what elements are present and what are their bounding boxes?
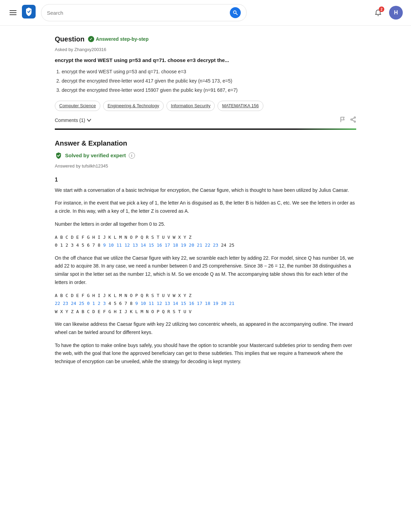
comments-label: Comments (1)	[55, 117, 85, 123]
menu-button[interactable]	[8, 9, 18, 16]
search-button[interactable]	[230, 7, 241, 18]
svg-point-6	[351, 119, 352, 120]
question-list: encrypt the word WEST using p=53 and q=7…	[62, 68, 356, 94]
shield-icon	[55, 152, 62, 159]
answer-para-4: On the off chance that we utilize the Ca…	[55, 254, 356, 287]
tag-information-security[interactable]: Information Security	[166, 101, 215, 111]
question-section: Question ✓ Answered step-by-step Asked b…	[55, 34, 356, 124]
tag-engineering[interactable]: Engineering & Technology	[103, 101, 164, 111]
list-item: decrypt the encrypted three-letter word …	[62, 87, 356, 94]
section-divider	[55, 128, 356, 130]
info-icon[interactable]: i	[129, 152, 135, 159]
svg-line-7	[352, 118, 354, 119]
flag-button[interactable]	[340, 116, 346, 124]
numbers-prefix-2: 4 5 6 7 8	[106, 301, 135, 306]
alphabet-label-1: A B C D E F G H I J K L M N O P Q R S T …	[55, 233, 356, 241]
tag-computer-science[interactable]: Computer Science	[55, 101, 100, 111]
list-item: encrypt the word WEST using p=53 and q=7…	[62, 68, 356, 75]
comments-button[interactable]: Comments (1)	[55, 117, 91, 123]
answer-para-2: For instance, in the event that we pick …	[55, 199, 356, 215]
search-bar	[41, 4, 247, 21]
svg-line-2	[236, 13, 238, 15]
numbers-linked-2a[interactable]: 22 23 24 25 0 1 2 3	[55, 301, 106, 306]
header: 2 H	[0, 0, 411, 26]
numbers-suffix-1: 24 25	[218, 243, 234, 248]
tags-row: Computer Science Engineering & Technolog…	[55, 101, 356, 111]
solved-badge-row: Solved by verified expert i	[55, 152, 356, 160]
answered-status: Answered step-by-step	[96, 36, 149, 43]
svg-line-8	[352, 120, 354, 121]
search-input[interactable]	[47, 10, 227, 16]
answer-section: Answer & Explanation Solved by verified …	[55, 138, 356, 366]
question-title: encrypt the word WEST using p=53 and q=7…	[55, 57, 356, 64]
asked-by: Asked by Zhangxy200316	[55, 46, 356, 53]
answer-para-3: Number the letters in order all together…	[55, 220, 356, 228]
share-button[interactable]	[350, 116, 356, 124]
main-content: Question ✓ Answered step-by-step Asked b…	[41, 26, 370, 379]
chevron-down-icon	[87, 118, 91, 123]
question-label-row: Question ✓ Answered step-by-step	[55, 34, 356, 44]
list-item: decrypt the encrypted three-letter word …	[62, 77, 356, 85]
svg-point-3	[378, 15, 379, 16]
actions-row: Comments (1)	[55, 116, 356, 124]
answer-title: Answer & Explanation	[55, 138, 356, 148]
hamburger-icon	[10, 10, 16, 15]
answer-para-1: We start with a conversation of a basic …	[55, 186, 356, 195]
answer-para-5: We can likewise address the Caesar figur…	[55, 320, 356, 337]
wxyz-row: W X Y Z A B C D E F G H I J K L M N O P …	[55, 308, 356, 316]
numbers-prefix-1: 0 1 2 3 4 5 6 7 8	[55, 243, 103, 248]
alphabet-row-1: A B C D E F G H I J K L M N O P Q R S T …	[55, 233, 356, 249]
alphabet-row-2: A B C D E F G H I J K L M N O P Q R S T …	[55, 292, 356, 316]
check-circle-icon: ✓	[88, 36, 94, 42]
svg-point-4	[354, 117, 356, 118]
numbers-linked-2b[interactable]: 9 10 11 12 13 14 15 16 17 18 19 20 21	[135, 301, 235, 306]
avatar-button[interactable]: H	[389, 6, 403, 20]
answer-by: Answered by tufsilkh12345	[55, 163, 356, 170]
action-icons	[340, 116, 356, 124]
number-row-2: 22 23 24 25 0 1 2 3 4 5 6 7 8 9 10 11 12…	[55, 299, 356, 307]
notification-button[interactable]: 2	[371, 6, 385, 20]
answered-badge: ✓ Answered step-by-step	[88, 36, 149, 43]
answer-body: 1 We start with a conversation of a basi…	[55, 175, 356, 366]
number-row-1: 0 1 2 3 4 5 6 7 8 9 10 11 12 13 14 15 16…	[55, 241, 356, 249]
svg-point-5	[354, 121, 356, 122]
header-left	[8, 5, 36, 21]
numbers-linked-1[interactable]: 9 10 11 12 13 14 15 16 17 18 19 20 21 22…	[103, 243, 219, 248]
tag-matematika[interactable]: MATEMATIKA 156	[217, 101, 263, 111]
logo	[22, 5, 36, 21]
alphabet-label-2: A B C D E F G H I J K L M N O P Q R S T …	[55, 292, 356, 299]
answer-number: 1	[55, 175, 356, 184]
answer-para-6: To have the option to make online buys s…	[55, 342, 356, 366]
header-right: 2 H	[371, 6, 403, 20]
question-label: Question	[55, 34, 85, 44]
solved-label: Solved by verified expert	[65, 152, 126, 160]
notification-badge: 2	[379, 7, 384, 12]
